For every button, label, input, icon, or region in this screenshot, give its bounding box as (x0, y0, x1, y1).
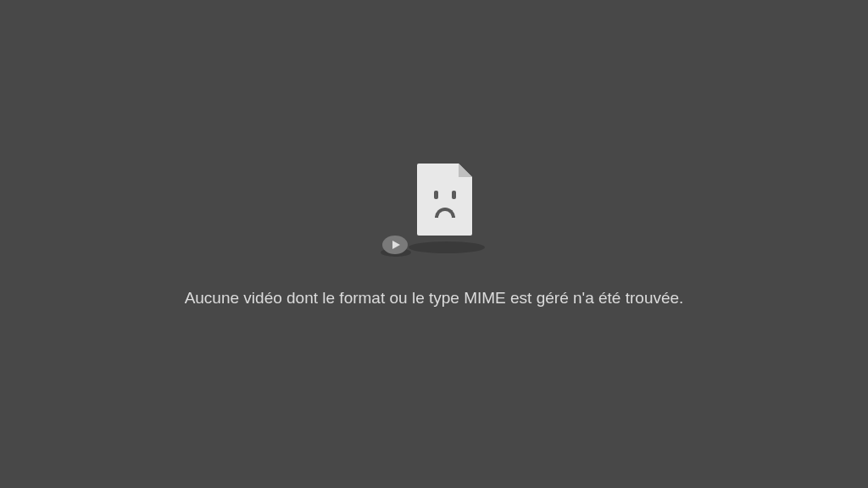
sad-face-icon (417, 191, 472, 218)
play-button-icon (382, 236, 408, 254)
error-icon-group (379, 164, 489, 257)
sad-document-icon (417, 164, 472, 236)
error-message: Aucune vidéo dont le format ou le type M… (185, 289, 684, 308)
video-error-container: Aucune vidéo dont le format ou le type M… (185, 164, 684, 308)
document-shadow (409, 241, 485, 253)
